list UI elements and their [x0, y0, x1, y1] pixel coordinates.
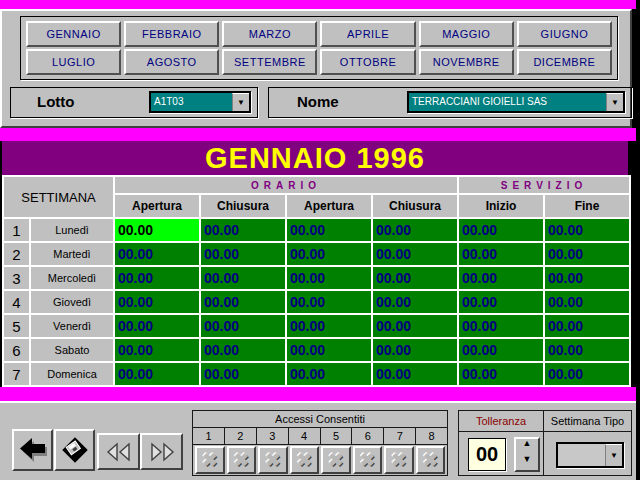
time-cell[interactable]: 00.00	[458, 242, 544, 266]
month-button-maggio[interactable]: MAGGIO	[419, 21, 514, 47]
lotto-combobox[interactable]: A1T03 ▼	[149, 91, 251, 113]
month-button-giugno[interactable]: GIUGNO	[517, 21, 612, 47]
time-cell[interactable]: 00.00	[544, 314, 630, 338]
previous-month-button[interactable]	[97, 433, 140, 470]
time-cell[interactable]: 00.00	[372, 362, 458, 386]
accesso-toggle-6[interactable]: ✖	[353, 446, 383, 474]
x-icon: ✖	[328, 451, 343, 469]
row-number: 1	[3, 218, 30, 242]
schedule-table: SETTIMANA ORARIO SERVIZIO Apertura Chius…	[2, 175, 631, 387]
time-cell[interactable]: 00.00	[458, 314, 544, 338]
settimana-tipo-combobox[interactable]: ▼	[556, 442, 624, 468]
exit-button[interactable]	[12, 429, 53, 471]
accesso-toggle-7[interactable]: ✖	[384, 446, 414, 474]
time-cell[interactable]: 00.00	[200, 314, 286, 338]
accessi-number: 4	[289, 428, 321, 444]
time-cell-selected[interactable]: 00.00	[114, 218, 200, 242]
time-cell[interactable]: 00.00	[286, 242, 372, 266]
time-cell[interactable]: 00.00	[372, 290, 458, 314]
time-cell[interactable]: 00.00	[372, 242, 458, 266]
time-cell[interactable]: 00.00	[544, 290, 630, 314]
month-button-agosto[interactable]: AGOSTO	[124, 49, 219, 75]
row-number: 6	[3, 338, 30, 362]
settimana-tipo-value	[558, 444, 605, 466]
month-button-settembre[interactable]: SETTEMBRE	[222, 49, 317, 75]
accesso-toggle-8[interactable]: ✖	[416, 446, 446, 474]
bottom-panel: Accessi Consentiti 1 2 3 4 5 6 7 8 ✖ ✖ ✖…	[0, 401, 636, 480]
time-cell[interactable]: 00.00	[200, 338, 286, 362]
upper-magenta-strip	[0, 128, 636, 141]
time-cell[interactable]: 00.00	[458, 290, 544, 314]
time-cell[interactable]: 00.00	[544, 266, 630, 290]
save-disk-icon	[59, 434, 91, 466]
time-cell[interactable]: 00.00	[200, 266, 286, 290]
accesso-toggle-1[interactable]: ✖	[195, 446, 225, 474]
month-button-marzo[interactable]: MARZO	[222, 21, 317, 47]
table-row: 7 Domenica 00.00 00.00 00.00 00.00 00.00…	[3, 362, 630, 386]
accessi-number: 3	[257, 428, 289, 444]
accesso-toggle-5[interactable]: ✖	[321, 446, 351, 474]
accesso-toggle-3[interactable]: ✖	[258, 446, 288, 474]
time-cell[interactable]: 00.00	[372, 314, 458, 338]
day-label: Martedì	[30, 242, 114, 266]
settimana-tipo-dropdown-button[interactable]: ▼	[605, 444, 622, 466]
time-cell[interactable]: 00.00	[372, 338, 458, 362]
time-cell[interactable]: 00.00	[114, 242, 200, 266]
nome-combobox[interactable]: TERRACCIANI GIOIELLI SAS ▼	[407, 91, 625, 113]
time-cell[interactable]: 00.00	[544, 218, 630, 242]
col-header-fine: Fine	[544, 194, 630, 218]
row-number: 7	[3, 362, 30, 386]
time-cell[interactable]: 00.00	[114, 266, 200, 290]
time-cell[interactable]: 00.00	[458, 218, 544, 242]
accesso-toggle-4[interactable]: ✖	[290, 446, 320, 474]
time-cell[interactable]: 00.00	[114, 362, 200, 386]
month-button-novembre[interactable]: NOVEMBRE	[419, 49, 514, 75]
page-title: GENNAIO 1996	[205, 142, 425, 175]
time-cell[interactable]: 00.00	[114, 314, 200, 338]
row-number: 5	[3, 314, 30, 338]
time-cell[interactable]: 00.00	[458, 362, 544, 386]
chevron-down-icon: ▼	[237, 99, 245, 107]
tolleranza-label: Tolleranza	[459, 411, 544, 431]
month-button-luglio[interactable]: LUGLIO	[26, 49, 121, 75]
time-cell[interactable]: 00.00	[286, 362, 372, 386]
nome-dropdown-button[interactable]: ▼	[606, 93, 623, 111]
time-cell[interactable]: 00.00	[200, 362, 286, 386]
time-cell[interactable]: 00.00	[372, 266, 458, 290]
x-icon: ✖	[265, 451, 280, 469]
lotto-dropdown-button[interactable]: ▼	[232, 93, 249, 111]
month-button-gennaio[interactable]: GENNAIO	[26, 21, 121, 47]
month-button-dicembre[interactable]: DICEMBRE	[517, 49, 612, 75]
time-cell[interactable]: 00.00	[286, 338, 372, 362]
time-cell[interactable]: 00.00	[286, 266, 372, 290]
time-cell[interactable]: 00.00	[544, 338, 630, 362]
time-cell[interactable]: 00.00	[200, 218, 286, 242]
time-cell[interactable]: 00.00	[458, 266, 544, 290]
time-cell[interactable]: 00.00	[372, 218, 458, 242]
month-button-ottobre[interactable]: OTTOBRE	[320, 49, 415, 75]
tolleranza-value-field[interactable]: 00	[468, 438, 506, 471]
double-chevron-right-icon	[148, 442, 176, 462]
time-cell[interactable]: 00.00	[286, 314, 372, 338]
time-cell[interactable]: 00.00	[114, 338, 200, 362]
month-button-febbraio[interactable]: FEBBRAIO	[124, 21, 219, 47]
time-cell[interactable]: 00.00	[544, 362, 630, 386]
day-label: Venerdì	[30, 314, 114, 338]
tolleranza-spinner[interactable]: ▲ ▼	[514, 437, 540, 472]
save-button[interactable]	[54, 429, 95, 471]
month-button-aprile[interactable]: APRILE	[320, 21, 415, 47]
spinner-up-icon[interactable]: ▲	[523, 439, 532, 455]
time-cell[interactable]: 00.00	[458, 338, 544, 362]
spinner-down-icon[interactable]: ▼	[523, 455, 532, 471]
next-month-button[interactable]	[140, 433, 183, 470]
time-cell[interactable]: 00.00	[114, 290, 200, 314]
time-cell[interactable]: 00.00	[286, 290, 372, 314]
accesso-toggle-2[interactable]: ✖	[227, 446, 257, 474]
accessi-number: 1	[193, 428, 225, 444]
time-cell[interactable]: 00.00	[544, 242, 630, 266]
x-icon: ✖	[297, 451, 312, 469]
day-label: Lunedì	[30, 218, 114, 242]
time-cell[interactable]: 00.00	[200, 242, 286, 266]
time-cell[interactable]: 00.00	[286, 218, 372, 242]
time-cell[interactable]: 00.00	[200, 290, 286, 314]
